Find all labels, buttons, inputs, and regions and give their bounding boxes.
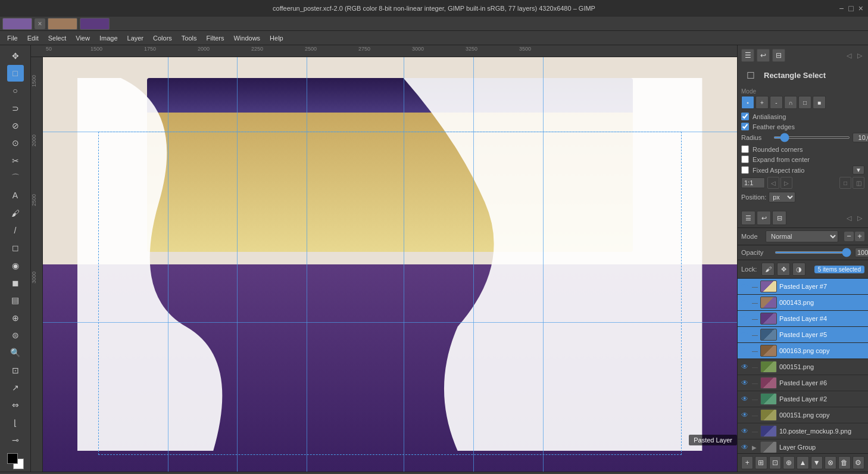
panel-arrow-btn[interactable]: ↩	[757, 49, 770, 62]
menu-image[interactable]: Image	[95, 33, 123, 43]
eye-pasted7[interactable]: 👁	[740, 282, 750, 291]
airbrush-btn[interactable]: ◉	[7, 257, 24, 273]
layer-item-pasted4[interactable]: 👁 — Pasted Layer #4	[738, 311, 868, 327]
duplicate-layer-btn[interactable]: ⊡	[769, 456, 781, 469]
layer-item-000163[interactable]: 👁 — 000163.png copy	[738, 343, 868, 359]
layer-item-000143[interactable]: 👁 — 000143.png	[738, 295, 868, 311]
maximize-button[interactable]: □	[848, 4, 853, 13]
menu-windows[interactable]: Windows	[229, 33, 265, 43]
ellipse-select-btn[interactable]: ○	[7, 83, 24, 99]
gradient-btn[interactable]: ▤	[7, 292, 24, 308]
menu-select[interactable]: Select	[43, 33, 71, 43]
layer-item-10poster[interactable]: 👁 — 10.poster_mockup.9.png	[738, 423, 868, 439]
eye-000151c[interactable]: 👁	[740, 410, 750, 420]
paths-btn[interactable]: ⌒	[7, 170, 24, 186]
layer-item-pasted2[interactable]: 👁 — Pasted Layer #2	[738, 391, 868, 407]
free-select-btn[interactable]: ⊃	[7, 100, 24, 116]
eraser-btn[interactable]: ◻	[7, 240, 24, 256]
layer-down-btn[interactable]: ▼	[811, 456, 823, 469]
rounded-corners-checkbox[interactable]	[741, 145, 749, 153]
fixed-aspect-checkbox[interactable]	[741, 166, 749, 174]
eye-group[interactable]: 👁	[740, 442, 750, 452]
radius-slider[interactable]	[773, 136, 850, 139]
feather-edges-checkbox[interactable]	[741, 123, 749, 130]
eye-pasted2[interactable]: 👁	[740, 394, 750, 404]
close-image-btn[interactable]: ×	[35, 18, 45, 29]
mode-cycle-up[interactable]: +	[855, 232, 864, 241]
bucket-fill-btn[interactable]: ◼	[7, 275, 24, 291]
mode-add-btn[interactable]: +	[755, 96, 769, 109]
menu-view[interactable]: View	[71, 33, 95, 43]
mode-cycle-down[interactable]: −	[844, 232, 854, 241]
layers-opacity-slider[interactable]	[775, 251, 851, 254]
layers-panel-collapse[interactable]: ◁	[844, 213, 854, 223]
layer-item-pasted5[interactable]: 👁 — Pasted Layer #5	[738, 327, 868, 343]
menu-layer[interactable]: Layer	[123, 33, 149, 43]
layer-item-group[interactable]: 👁 ▶ Layer Group	[738, 439, 868, 453]
clone-btn[interactable]: ⊜	[7, 327, 24, 343]
delete-layer-btn[interactable]: 🗑	[838, 456, 850, 469]
fixed-aspect-dropdown[interactable]: ▼	[853, 166, 864, 174]
text-btn[interactable]: A	[7, 188, 24, 204]
mode-extra-btn2[interactable]: ■	[813, 96, 826, 109]
color-select-btn[interactable]: ⊙	[7, 135, 24, 151]
new-group-btn[interactable]: ⊞	[755, 456, 767, 469]
layers-icon-btn1[interactable]: ☰	[741, 211, 755, 225]
eye-000151[interactable]: 👁	[740, 362, 750, 372]
panel-layout-btn[interactable]: ⊟	[772, 49, 785, 62]
lock-position-btn[interactable]: ✥	[777, 263, 790, 276]
image-thumb-1[interactable]	[2, 18, 32, 30]
new-layer-btn[interactable]: +	[741, 456, 753, 469]
menu-filters[interactable]: Filters	[202, 33, 229, 43]
mode-extra-btn1[interactable]: □	[798, 96, 811, 109]
minimize-button[interactable]: −	[839, 4, 844, 13]
move-tool-btn[interactable]: ✥	[7, 48, 24, 64]
eye-pasted4[interactable]: 👁	[740, 314, 750, 323]
mode-intersect-btn[interactable]: ∩	[784, 96, 797, 109]
canvas-viewport[interactable]	[43, 57, 737, 472]
image-thumb-3[interactable]	[80, 18, 110, 30]
warp-btn[interactable]: ⌊	[7, 414, 24, 431]
menu-tools[interactable]: Tools	[177, 33, 202, 43]
layer-item-pasted7[interactable]: 👁 — Pasted Layer #7	[738, 279, 868, 295]
eye-pasted6[interactable]: 👁	[740, 378, 750, 388]
panel-collapse-btn[interactable]: ◁	[844, 51, 854, 60]
transform-btn[interactable]: ↗	[7, 379, 24, 395]
lock-alpha-btn[interactable]: ◑	[792, 263, 805, 276]
layers-icon-btn2[interactable]: ↩	[757, 211, 771, 225]
expand-center-checkbox[interactable]	[741, 155, 749, 163]
ratio-nav-right[interactable]: ▷	[780, 177, 792, 189]
eye-pasted5[interactable]: 👁	[740, 330, 750, 339]
position-unit-select[interactable]: px mm in	[769, 192, 795, 202]
layers-icon-btn3[interactable]: ⊟	[772, 211, 786, 225]
select-rect-btn[interactable]: □	[7, 65, 24, 81]
crop-btn[interactable]: ⊡	[7, 362, 24, 378]
eye-10poster[interactable]: 👁	[740, 426, 750, 436]
zoom-btn[interactable]: 🔍	[7, 345, 24, 361]
paintbrush-btn[interactable]: 🖌	[7, 205, 24, 221]
anchor-layer-btn[interactable]: ⊕	[783, 456, 795, 469]
ratio-input[interactable]	[741, 177, 765, 188]
layer-merge-btn[interactable]: ⊗	[825, 456, 836, 469]
mode-subtract-btn[interactable]: -	[770, 96, 783, 109]
menu-colors[interactable]: Colors	[148, 33, 177, 43]
menu-help[interactable]: Help	[265, 33, 288, 43]
layer-settings-btn[interactable]: ⚙	[853, 456, 864, 469]
group-expand-arrow[interactable]: ▶	[752, 444, 758, 451]
layers-panel-expand[interactable]: ▷	[855, 213, 864, 223]
fg-color-swatch[interactable]	[7, 453, 18, 464]
ratio-copy-btn[interactable]: ◫	[853, 177, 864, 189]
pencil-btn[interactable]: /	[7, 222, 24, 238]
ratio-save-btn[interactable]: □	[839, 177, 851, 189]
layer-item-pasted6[interactable]: 👁 — Pasted Layer #6	[738, 375, 868, 391]
panel-expand-btn[interactable]: ▷	[855, 51, 864, 60]
layer-item-000151c[interactable]: 👁 — 000151.png copy	[738, 407, 868, 423]
menu-edit[interactable]: Edit	[23, 33, 43, 43]
layer-item-000151[interactable]: 👁 — 000151.png	[738, 359, 868, 375]
layer-up-btn[interactable]: ▲	[797, 456, 808, 469]
panel-icon-btn[interactable]: ☰	[741, 49, 754, 62]
antialiasing-checkbox[interactable]	[741, 113, 749, 120]
layers-mode-select[interactable]: Normal Multiply Screen	[766, 230, 838, 242]
lock-pixels-btn[interactable]: 🖌	[761, 263, 775, 276]
fuzzy-select-btn[interactable]: ⊘	[7, 117, 24, 133]
